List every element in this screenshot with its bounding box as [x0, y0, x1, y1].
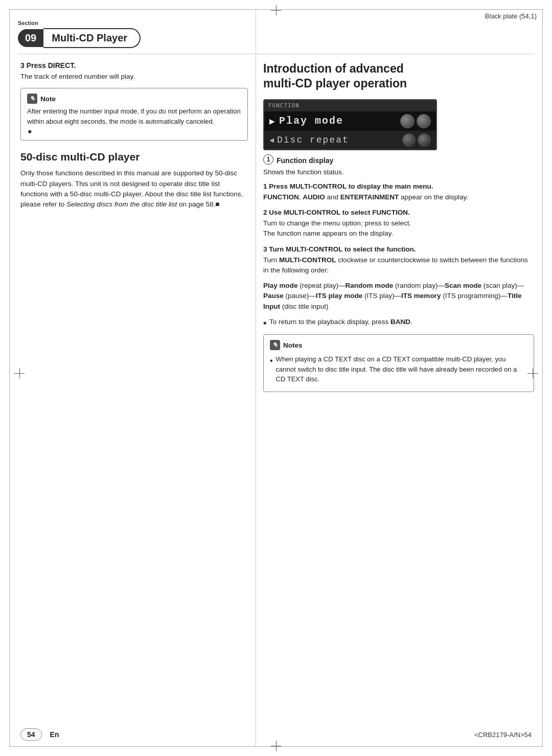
display-circle-2	[417, 114, 431, 128]
display-circle-1	[400, 114, 415, 128]
display-top-text: FUNCTION	[268, 102, 300, 109]
note-label: Note	[40, 95, 56, 103]
callout-number: 1	[263, 154, 273, 165]
display-arrow-icon: ▶	[269, 117, 275, 125]
top-right-label: Black plate (54,1)	[485, 12, 537, 20]
callout-row: 1 Function display	[263, 153, 534, 166]
cd-display: FUNCTION ▶ Play mode ◀ Disc repeat	[263, 99, 437, 150]
display-play-text: Play mode	[279, 115, 343, 127]
note-header: ✎ Note	[27, 94, 241, 104]
note1-item: • When playing a CD TEXT disc on a CD TE…	[270, 354, 527, 384]
display-main-row: ▶ Play mode	[264, 111, 436, 131]
bottom-area: 54 En <CRB2179-A/N>54	[20, 728, 532, 741]
column-divider	[256, 9, 256, 747]
display-top-bar: FUNCTION	[264, 100, 436, 111]
main-heading: Introduction of advanced multi-CD player…	[263, 61, 534, 91]
display-second-icons	[402, 133, 431, 147]
crosshair-left	[14, 368, 25, 378]
step3-body: The track of entered number will play.	[20, 72, 248, 82]
note-box: ✎ Note After entering the number input m…	[20, 88, 248, 141]
right-step3: 3 Turn MULTI-CONTROL to select the funct…	[263, 245, 534, 328]
display-second-arrow-icon: ◀	[269, 136, 274, 144]
crosshair-bottom	[271, 741, 281, 751]
step3-heading: 3 Press DIRECT.	[20, 61, 248, 70]
step3-direct: 3 Press DIRECT. The track of entered num…	[20, 61, 248, 82]
notes-label: Notes	[283, 341, 303, 349]
crb-label: <CRB2179-A/N>54	[474, 731, 532, 739]
bullet-square-icon: ■	[263, 319, 266, 327]
note1-bullet: •	[270, 355, 273, 384]
note-icon: ✎	[27, 94, 37, 104]
notes-header: ✎ Notes	[270, 340, 527, 350]
notes-icon: ✎	[270, 340, 280, 350]
section-header: Section 09 Multi-CD Player	[18, 28, 141, 48]
notes-box: ✎ Notes • When playing a CD TEXT disc on…	[263, 334, 534, 392]
en-label: En	[50, 730, 59, 739]
page-number: 54	[20, 728, 42, 741]
left-column: 3 Press DIRECT. The track of entered num…	[20, 61, 248, 215]
header-rule	[18, 54, 534, 54]
display-disc-text: Disc repeat	[277, 135, 349, 145]
display-icons	[400, 114, 431, 128]
note-text: After entering the number input mode, if…	[27, 106, 241, 126]
crosshair-top	[271, 5, 281, 15]
right-step1-heading: 1 Press MULTI-CONTROL to display the mai…	[263, 182, 534, 190]
right-step3-body: Turn MULTI-CONTROL clockwise or counterc…	[263, 255, 534, 276]
play-mode-line: Play mode (repeat play)—Random mode (ran…	[263, 281, 534, 312]
section-label: Section	[18, 20, 38, 26]
right-step1-body: FUNCTION, AUDIO and ENTERTAINMENT appear…	[263, 192, 534, 202]
bullet-band: ■ To return to the playback display, pre…	[263, 317, 534, 327]
right-step2-heading: 2 Use MULTI-CONTROL to select FUNCTION.	[263, 209, 534, 216]
right-step2-body: Turn to change the menu option; press to…	[263, 218, 534, 239]
function-display-label: Function display	[277, 156, 333, 165]
disc-body: Only those functions described in this m…	[20, 168, 248, 210]
bullet-text: To return to the playback display, press…	[269, 317, 412, 327]
right-column: Introduction of advanced multi-CD player…	[263, 61, 534, 392]
display-second-circle-2	[418, 133, 431, 147]
bottom-left: 54 En	[20, 728, 59, 741]
right-step3-heading: 3 Turn MULTI-CONTROL to select the funct…	[263, 245, 534, 253]
section-title: Multi-CD Player	[43, 28, 141, 48]
note1-text: When playing a CD TEXT disc on a CD TEXT…	[276, 354, 527, 384]
display-second-circle-1	[402, 133, 416, 147]
right-step2: 2 Use MULTI-CONTROL to select FUNCTION. …	[263, 209, 534, 239]
function-display-desc: Shows the function status.	[263, 167, 534, 177]
right-step1: 1 Press MULTI-CONTROL to display the mai…	[263, 182, 534, 202]
section-number: 09	[18, 29, 43, 47]
disc-heading: 50-disc multi-CD player	[20, 151, 248, 163]
display-second-row: ◀ Disc repeat	[264, 131, 436, 149]
